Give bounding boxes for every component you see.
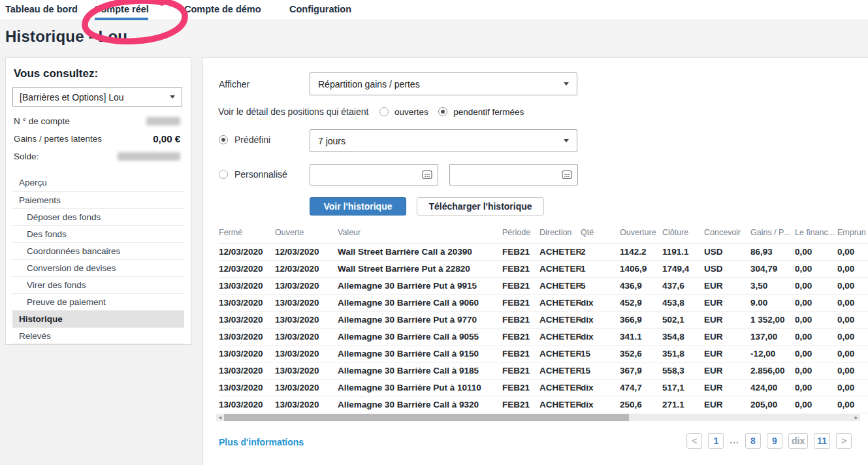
sidebar-item-des-fonds[interactable]: Des fonds xyxy=(12,225,184,242)
table-row: 13/03/202013/03/2020Allemagne 30 Barrièr… xyxy=(219,396,868,413)
sidebar-item-preuve-de-paiement[interactable]: Preuve de paiement xyxy=(12,293,184,310)
afficher-select[interactable]: Répartition gains / pertes xyxy=(310,72,577,95)
horizontal-scrollbar[interactable]: ◄ ► xyxy=(216,414,860,421)
column-header: Emprun xyxy=(837,225,868,240)
account-number-row: N ° de compte xyxy=(14,116,180,126)
sidebar-item-relev-s[interactable]: Relevés xyxy=(12,327,184,344)
table-row: 13/03/202013/03/2020Allemagne 30 Barrièr… xyxy=(219,362,868,379)
pagination-current-page[interactable]: dix xyxy=(788,433,808,449)
table-row: 13/03/202013/03/2020Allemagne 30 Barrièr… xyxy=(219,277,868,294)
table-cell: Wall Street Barrière Call à 20390 xyxy=(338,244,502,260)
afficher-label: Afficher xyxy=(219,79,249,89)
table-cell: 13/03/2020 xyxy=(275,312,338,328)
table-cell: Wall Street Barrière Put à 22820 xyxy=(338,261,502,277)
pagination-page-8[interactable]: 8 xyxy=(745,433,761,449)
table-cell: 502,1 xyxy=(662,312,704,328)
table-cell: 0,00 xyxy=(795,261,837,277)
radio-ouvertes[interactable] xyxy=(379,107,389,116)
predefini-radio-row: Prédéfini xyxy=(219,135,270,145)
view-history-button[interactable]: Voir l'historique xyxy=(310,197,406,216)
date-from-input[interactable] xyxy=(310,164,438,185)
table-cell: 13/03/2020 xyxy=(219,379,275,396)
sidebar-item-aper-u[interactable]: Aperçu xyxy=(12,174,184,191)
redacted-account-number xyxy=(146,117,180,125)
table-body: 12/03/202012/03/2020Wall Street Barrière… xyxy=(219,243,868,413)
predefini-label[interactable]: Prédéfini xyxy=(234,135,270,145)
table-cell: 13/03/2020 xyxy=(219,312,275,328)
table-cell: ACHETER xyxy=(539,362,581,379)
scroll-left-arrow-icon[interactable]: ◄ xyxy=(217,414,223,421)
table-cell: 13/03/2020 xyxy=(275,379,338,396)
table-cell: 0,00 xyxy=(837,329,868,345)
unrealised-pl-label: Gains / pertes latentes xyxy=(14,134,102,144)
sidebar-item-historique[interactable]: Historique xyxy=(12,310,184,327)
table-cell: 352,6 xyxy=(620,345,662,362)
nav-item-compte-de-d-mo[interactable]: Compte de démo xyxy=(184,0,261,20)
table-cell: 1406,9 xyxy=(620,261,662,277)
radio-personnalise[interactable] xyxy=(219,170,228,179)
radio-ouvertes-label[interactable]: ouvertes xyxy=(394,107,428,117)
table-cell: 424,00 xyxy=(750,379,795,396)
nav-item-configuration[interactable]: Configuration xyxy=(289,0,351,20)
sidebar-item-paiements[interactable]: Paiements xyxy=(12,191,184,208)
sidebar-item-conversion-de-devises[interactable]: Conversion de devises xyxy=(12,259,184,276)
table-cell: USD xyxy=(704,244,750,260)
table-cell: 5 xyxy=(581,278,620,294)
more-information-link[interactable]: Plus d'informations xyxy=(219,437,304,447)
scroll-right-arrow-icon[interactable]: ► xyxy=(854,414,859,421)
table-cell: 0,00 xyxy=(795,379,837,396)
column-header: Qté xyxy=(581,225,620,240)
top-nav: Tableau de bordCompte réelCompte de démo… xyxy=(0,0,868,20)
column-header: Concevoir xyxy=(704,225,750,240)
table-cell: Allemagne 30 Barrière Call à 9055 xyxy=(338,329,502,345)
table-row: 13/03/202013/03/2020Allemagne 30 Barrièr… xyxy=(219,311,868,328)
column-header: Ouverture xyxy=(620,225,662,240)
table-cell: 13/03/2020 xyxy=(219,329,275,345)
table-row: 13/03/202013/03/2020Allemagne 30 Barrièr… xyxy=(219,328,868,345)
table-cell: 13/03/2020 xyxy=(275,362,338,379)
afficher-select-value: Répartition gains / pertes xyxy=(318,79,420,89)
table-cell: 12/03/2020 xyxy=(275,261,338,277)
pagination-page-9[interactable]: 9 xyxy=(767,433,782,449)
download-history-button[interactable]: Télécharger l'historique xyxy=(417,197,544,216)
date-to-input[interactable] xyxy=(449,164,578,185)
table-cell: dix xyxy=(581,329,620,345)
table-cell: ACHETER xyxy=(539,312,581,328)
table-cell: 558,3 xyxy=(662,362,704,379)
table-cell: 1142.2 xyxy=(620,244,662,260)
radio-fermees-label[interactable]: pendentif fermées xyxy=(453,107,524,117)
table-cell: EUR xyxy=(704,379,750,396)
pagination-page-11[interactable]: 11 xyxy=(814,433,830,449)
column-header: Fermé xyxy=(219,225,275,240)
table-cell: 12/03/2020 xyxy=(275,244,338,260)
sidebar-item-virer-des-fonds[interactable]: Virer des fonds xyxy=(12,276,184,293)
table-cell: 0,00 xyxy=(795,312,837,328)
table-cell: dix xyxy=(581,295,620,311)
account-number-label: N ° de compte xyxy=(14,116,70,126)
personnalise-label[interactable]: Personnalisé xyxy=(234,169,287,180)
table-cell: 0,00 xyxy=(837,396,868,413)
table-cell: 351,8 xyxy=(662,345,704,362)
table-cell: ACHETER xyxy=(539,261,581,277)
account-select[interactable]: [Barrières et Options] Lou xyxy=(12,87,182,107)
nav-item-compte-r-el[interactable]: Compte réel xyxy=(94,0,149,20)
table-cell: Allemagne 30 Barrière Call à 9185 xyxy=(338,362,502,379)
table-cell: 2 xyxy=(581,244,620,260)
table-cell: Allemagne 30 Barrière Call à 9060 xyxy=(338,295,502,311)
table-cell: 0,00 xyxy=(795,329,837,345)
sidebar-item-d-poser-des-fonds[interactable]: Déposer des fonds xyxy=(12,208,184,225)
pagination-page-1[interactable]: 1 xyxy=(708,433,724,449)
table-cell: 13/03/2020 xyxy=(219,295,275,311)
radio-pendentif-fermees[interactable] xyxy=(438,107,447,116)
table-cell: EUR xyxy=(704,362,750,379)
pagination-next-button[interactable]: > xyxy=(836,433,852,449)
pagination-prev-button[interactable]: < xyxy=(686,433,702,449)
predefini-select[interactable]: 7 jours xyxy=(310,129,577,152)
scrollbar-thumb[interactable] xyxy=(224,414,629,421)
radio-predefini[interactable] xyxy=(219,135,228,144)
nav-item-tableau-de-bord[interactable]: Tableau de bord xyxy=(5,0,78,20)
chevron-down-icon xyxy=(170,95,175,99)
table-cell: 0,00 xyxy=(837,261,868,277)
sidebar-heading: Vous consultez: xyxy=(14,67,98,80)
sidebar-item-coordonn-es-bancaires[interactable]: Coordonnées bancaires xyxy=(12,242,184,259)
